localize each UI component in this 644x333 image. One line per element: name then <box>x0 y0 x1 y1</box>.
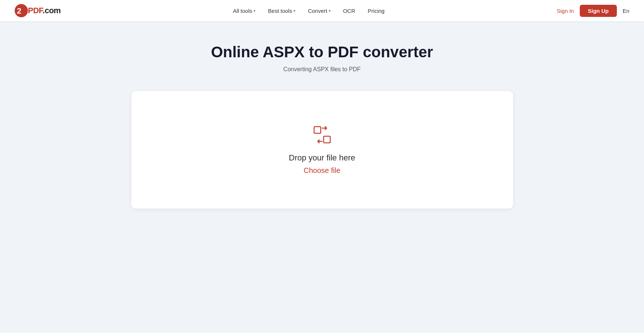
main-nav: All tools ▾ Best tools ▾ Convert ▾ OCR P… <box>61 6 557 16</box>
chevron-down-icon: ▾ <box>254 9 255 13</box>
nav-ocr[interactable]: OCR <box>338 6 360 16</box>
convert-icon <box>313 125 332 146</box>
main-content: Online ASPX to PDF converter Converting … <box>0 21 644 209</box>
chevron-down-icon: ▾ <box>329 9 331 13</box>
nav-convert[interactable]: Convert ▾ <box>303 6 336 16</box>
site-header: 2 PDF.com All tools ▾ Best tools ▾ Conve… <box>0 0 644 21</box>
language-selector[interactable]: En <box>623 8 629 14</box>
svg-rect-3 <box>324 136 330 143</box>
header-actions: Sign In Sign Up En <box>557 5 629 17</box>
nav-best-tools[interactable]: Best tools ▾ <box>263 6 301 16</box>
logo-icon: 2 <box>15 4 28 17</box>
drop-zone[interactable]: Drop your file here Choose file <box>131 91 513 209</box>
page-title: Online ASPX to PDF converter <box>211 43 433 61</box>
sign-in-button[interactable]: Sign In <box>557 8 574 14</box>
choose-file-button[interactable]: Choose file <box>303 166 340 175</box>
nav-all-tools[interactable]: All tools ▾ <box>228 6 261 16</box>
sign-up-button[interactable]: Sign Up <box>580 5 617 17</box>
svg-rect-2 <box>314 127 321 133</box>
svg-text:2: 2 <box>17 6 21 15</box>
logo-text: PDF.com <box>28 6 61 15</box>
drop-zone-text: Drop your file here <box>289 153 355 163</box>
chevron-down-icon: ▾ <box>294 9 295 13</box>
page-subtitle: Converting ASPX files to PDF <box>283 66 361 73</box>
logo[interactable]: 2 PDF.com <box>15 4 61 17</box>
nav-pricing[interactable]: Pricing <box>363 6 390 16</box>
